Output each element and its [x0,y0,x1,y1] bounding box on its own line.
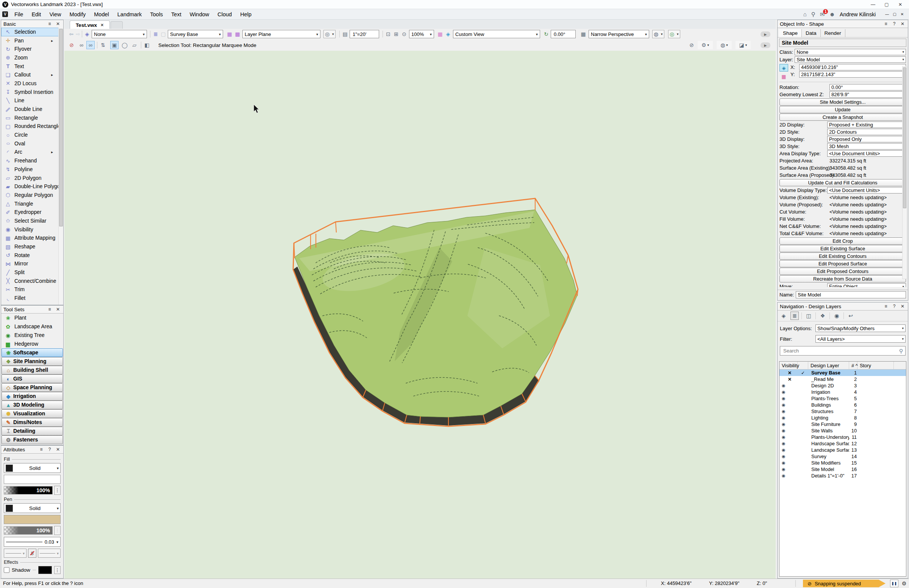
line-end-marker-dropdown[interactable]: ▾ [38,549,61,558]
layer-row[interactable]: ◉ Hardscape Surfaces 12 [780,440,906,447]
palette-close-icon[interactable]: ✕ [55,307,61,312]
tool-set-group-button[interactable]: GIS [2,375,63,383]
classes-tab-icon[interactable]: ❖ [818,312,827,320]
viewports-tab-icon[interactable]: ◉ [833,312,841,320]
object-info-tab[interactable]: Data [802,29,821,37]
search-icon[interactable]: ⚲ [811,11,815,18]
class-dropdown[interactable]: None [795,49,906,55]
render-options-button[interactable]: ◎ [668,30,680,38]
visibility-eye-icon[interactable]: ◉ [780,467,786,472]
y-coordinate-field[interactable]: 2817158'2.143" [799,71,906,78]
mdi-minimize-button[interactable]: — [884,12,890,16]
view-rotation-field[interactable] [551,30,576,38]
tab-close-icon[interactable]: ✕ [100,23,104,27]
zoom-level-dropdown[interactable]: 100% [409,30,434,38]
unified-view-options-button[interactable]: ◎ [323,30,336,38]
palette-close-icon[interactable]: ✕ [899,21,906,26]
fill-color-bar[interactable] [4,475,61,484]
render-settings-button[interactable]: ◍ [717,41,732,49]
current-view-dropdown[interactable]: Custom View [453,30,540,38]
edit-button[interactable]: Edit Existing Surface [780,245,906,252]
pause-snapping-button[interactable]: ❚❚ [890,580,898,587]
forward-arrow-icon[interactable]: ⇨ [74,30,82,38]
drawing-canvas[interactable] [65,51,776,578]
view-bar-overflow-button[interactable]: ▶ [760,31,770,37]
visibility-eye-icon[interactable]: ◉ [780,447,786,452]
interactive-scaling-single-icon[interactable]: ∞ [77,41,86,49]
layer-options-dropdown[interactable]: Show/Snap/Modify Others [815,325,906,332]
design-layers-tab-icon[interactable]: ≣ [791,312,799,320]
tool-item[interactable]: Polyline [1,165,59,174]
tool-item[interactable]: Mirror [1,260,59,268]
new-tab-stub[interactable] [111,21,123,29]
tool-item[interactable]: Landscape Area [1,322,63,331]
user-icon[interactable]: ☻ [829,11,835,18]
pen-color-bar[interactable] [4,515,61,524]
visibility-eye-icon[interactable]: ◉ [780,396,786,401]
back-arrow-icon[interactable]: ⇦ [68,30,75,38]
tool-item[interactable]: Eyedropper [1,208,59,216]
layer-row[interactable]: ◉ Design 2D 3 [780,383,906,389]
look-at-working-plane-icon[interactable]: ◈ [444,30,452,38]
polygon-marquee-mode-icon[interactable]: ▱ [130,41,139,49]
layer-row[interactable]: ◉ Buildings 6 [780,402,906,408]
tool-item[interactable]: Double Line [1,105,59,113]
tool-item[interactable]: Trim [1,286,59,294]
tool-item[interactable]: Select Similar [1,216,59,225]
tool-item[interactable]: Hedgerow [1,339,63,348]
visibility-eye-icon[interactable]: ◉ [780,422,786,427]
minimize-button[interactable]: — [867,1,880,8]
palette-close-icon[interactable]: ✕ [55,447,61,452]
menu-item[interactable]: Help [236,9,256,20]
tool-set-group-button[interactable]: Building Shell [2,366,63,375]
shadow-color-swatch[interactable] [38,566,52,574]
tool-set-group-button[interactable]: Space Planning [2,383,63,392]
fit-to-objects-icon[interactable]: ⊡ [385,30,392,38]
layer-scale-icon[interactable]: ▤ [341,30,349,38]
line-thickness-dropdown[interactable]: 0.03 ▾ [4,537,61,547]
visibility-eye-icon[interactable]: ◉ [780,383,786,388]
display-row-dropdown[interactable]: Proposed + Existing [827,121,906,128]
active-plane-dropdown[interactable]: Layer Plane [243,30,320,38]
visibility-eye-icon[interactable]: ◉ [780,473,786,478]
menu-item[interactable]: Landmark [113,9,146,20]
layer-row[interactable]: ◉ Plants-Understory 11 [780,434,906,440]
tool-item[interactable]: Selection [1,27,59,36]
tool-item[interactable]: Connect/Combine [1,277,59,286]
tool-item[interactable]: Split [1,268,59,277]
display-row-dropdown[interactable]: Proposed Only [827,136,906,142]
layers-icon[interactable]: ≣ [152,30,159,38]
rectangular-marquee-mode-icon[interactable]: ▣ [110,41,118,49]
mdi-restore-button[interactable]: ▢ [891,12,898,16]
x-coordinate-field[interactable]: 4459308'10.216" [799,64,906,70]
geometry-lowest-z-field[interactable]: 826'9.9" [830,91,906,98]
tool-item[interactable]: Fillet [1,294,59,302]
tool-set-group-button[interactable]: Detailing [2,427,63,435]
selection-options-icon[interactable]: ◧ [143,41,151,49]
tool-set-group-button[interactable]: Softscape [2,348,63,357]
layer-row[interactable]: ◉ Landscape Surfaces 13 [780,447,906,453]
snap-loupe-icon[interactable]: ⊘ [687,41,696,49]
tool-item[interactable]: Symbol Insertion [1,88,59,97]
tool-item[interactable]: Circle [1,131,59,139]
palette-menu-icon[interactable]: ≡ [883,21,889,26]
layer-row[interactable]: ◉ Survey 14 [780,453,906,460]
menu-item[interactable]: File [10,9,27,20]
design-layer-column-header[interactable]: Design Layer [808,362,849,369]
pen-opacity-options-button[interactable]: ⋮ [54,526,61,535]
tool-item[interactable]: Flyover [1,45,59,53]
document-tab[interactable]: Test.vwx ✕ [70,21,110,29]
saved-views-icon[interactable]: ◈ [83,30,91,38]
tool-set-group-button[interactable]: Irrigation [2,392,63,401]
references-tab-icon[interactable]: ↩ [846,312,855,320]
active-column-header[interactable] [797,362,808,369]
pen-style-dropdown[interactable]: Solid ▾ [4,503,61,513]
layer-row[interactable]: ◉ Plants-Trees 5 [780,395,906,402]
site-model-action-button[interactable]: Create a Snapshot [780,113,906,121]
palette-menu-icon[interactable]: ≡ [883,304,889,309]
tool-item[interactable]: Rectangle [1,113,59,122]
edit-button[interactable]: Edit Existing Contours [780,252,906,260]
tool-item[interactable]: Rotate [1,251,59,260]
menu-item[interactable]: Cloud [213,9,236,20]
shadow-checkbox[interactable] [4,567,10,573]
